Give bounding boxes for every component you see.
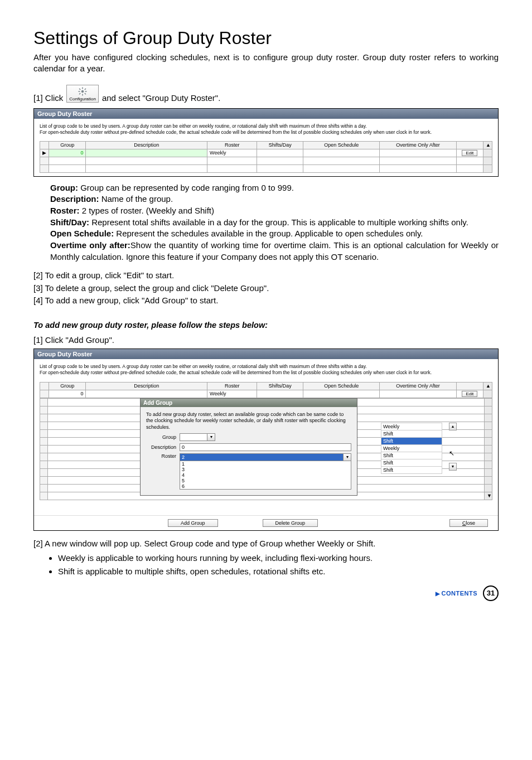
description-label: Description [146, 444, 180, 450]
bullet-list: Weekly is applicable to working hours ru… [58, 552, 499, 578]
definitions: Group: Group can be represented by code … [50, 182, 499, 263]
group-input[interactable] [180, 433, 207, 441]
gear-icon [78, 86, 88, 96]
col-overtime[interactable]: Overtime Only After [380, 141, 456, 149]
group-label: Group [146, 434, 180, 440]
svg-rect-1 [82, 87, 83, 89]
step1-suffix: and select "Group Duty Roster". [102, 93, 220, 103]
page-number: 31 [483, 585, 499, 601]
list-item: Shift is applicable to multiple shifts, … [58, 565, 499, 578]
step1-prefix: [1] Click [33, 93, 63, 103]
edit-button[interactable]: Edit [462, 150, 477, 156]
col-description[interactable]: Description [86, 141, 207, 149]
svg-point-0 [81, 90, 84, 93]
svg-rect-2 [82, 94, 83, 95]
cursor-icon: ↖ [449, 449, 454, 457]
description-input[interactable]: 0 [180, 443, 351, 451]
window-title: Group Duty Roster [34, 109, 498, 119]
list-item[interactable]: Shift [381, 430, 442, 438]
svg-rect-3 [79, 91, 80, 92]
svg-rect-5 [79, 88, 81, 90]
configuration-label: Configuration [69, 96, 96, 101]
list-item[interactable]: 1 [180, 461, 351, 467]
col-roster[interactable]: Roster [207, 141, 257, 149]
configuration-button[interactable]: Configuration [66, 85, 99, 103]
list-item: Weekly is applicable to working hours ru… [58, 552, 499, 564]
roster-type-list: Weekly Shift Shift Weekly Shift Shift Sh… [381, 423, 442, 474]
list-item[interactable]: 4 [180, 472, 351, 478]
col-shifts[interactable]: Shifts/Day [257, 141, 303, 149]
svg-rect-8 [84, 88, 86, 90]
list-item[interactable]: Shift [381, 467, 442, 474]
list-item[interactable]: 3 [180, 467, 351, 472]
list-item[interactable]: Weekly [381, 445, 442, 452]
screenshot-group-duty-roster: Group Duty Roster List of group code to … [33, 108, 499, 177]
intro-text: After you have configured clocking sched… [33, 52, 499, 75]
steps-list: [2] To edit a group, click "Edit" to sta… [33, 269, 499, 307]
list-item[interactable]: 6 [180, 483, 351, 489]
chevron-down-icon[interactable]: ▾ [344, 453, 351, 461]
roster-table: Group Description Roster Shifts/Day Open… [40, 141, 492, 173]
add-group-button[interactable]: Add Group [168, 519, 218, 527]
window-note: List of group code to be used by users. … [40, 123, 492, 135]
add-group-dialog: Add Group To add new group duty roster, … [140, 398, 357, 496]
window-note-2: List of group code to be used by users. … [40, 364, 492, 376]
roster-input[interactable]: 2 [180, 453, 344, 461]
post-step2: [2] A new window will pop up. Select Gro… [33, 538, 499, 550]
contents-link[interactable]: ▶CONTENTS [436, 590, 477, 597]
add-group-note: To add new group duty roster, select an … [146, 412, 351, 431]
list-item[interactable]: Shift [381, 459, 442, 467]
scroll-up-icon[interactable]: ▲ [449, 423, 457, 430]
window-title-2: Group Duty Roster [34, 349, 498, 359]
delete-group-button[interactable]: Delete Group [263, 519, 318, 527]
roster-label: Roster [146, 453, 180, 459]
col-open[interactable]: Open Schedule [303, 141, 379, 149]
close-button[interactable]: Close [449, 519, 488, 527]
svg-rect-4 [85, 91, 87, 92]
page-title: Settings of Group Duty Roster [33, 28, 499, 49]
table-row[interactable]: ▶ 0 Weekly Edit [40, 149, 492, 157]
list-item[interactable]: Weekly [381, 423, 442, 430]
col-group[interactable]: Group [49, 141, 86, 149]
svg-rect-6 [84, 93, 86, 94]
edit-button-2[interactable]: Edit [462, 391, 477, 397]
scroll-down-icon[interactable]: ▼ [449, 463, 457, 471]
svg-rect-7 [79, 93, 81, 94]
list-item[interactable]: 5 [180, 478, 351, 483]
list-item[interactable]: Shift [381, 438, 442, 445]
sub-heading: To add new group duty roster, please fol… [33, 321, 499, 330]
chevron-down-icon[interactable]: ▾ [207, 433, 215, 441]
screenshot-add-group: Group Duty Roster List of group code to … [33, 348, 499, 530]
add-group-title: Add Group [141, 399, 357, 407]
list-item[interactable]: Shift [381, 452, 442, 459]
sub-step1: [1] Click "Add Group". [33, 334, 499, 347]
